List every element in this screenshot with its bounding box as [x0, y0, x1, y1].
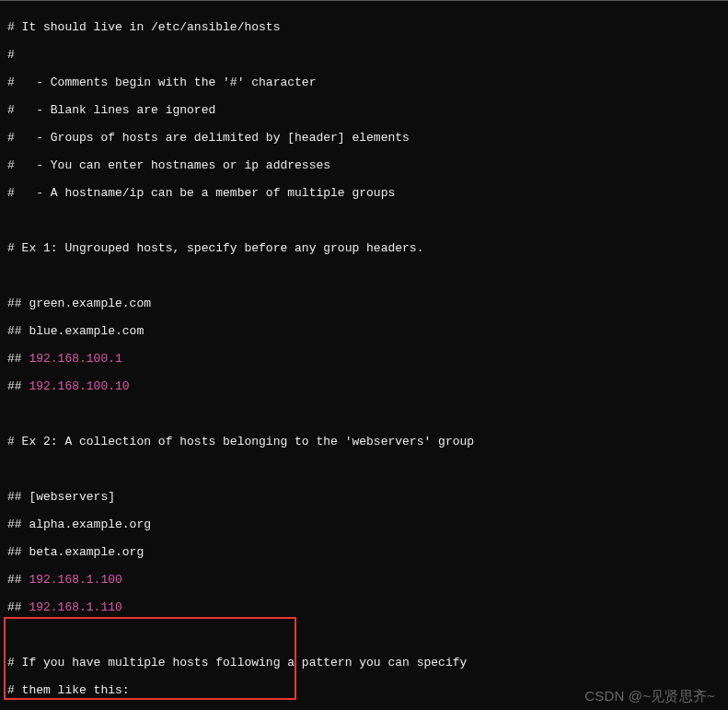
ip-address: 192.168.1.110 — [29, 600, 121, 614]
comment-line: # - A hostname/ip can be a member of mul… — [7, 186, 721, 200]
blank-line — [7, 407, 721, 421]
comment-line: # - Groups of hosts are delimited by [he… — [7, 131, 721, 145]
comment-line: # Ex 2: A collection of hosts belonging … — [7, 435, 721, 448]
watermark-text: CSDN @~见贤思齐~ — [584, 689, 715, 703]
hash-prefix: ## — [7, 573, 29, 587]
host-line: ## 192.168.1.110 — [7, 600, 721, 614]
hash-prefix: ## — [7, 352, 29, 366]
comment-line: ## [webservers] — [7, 490, 721, 504]
host-line: ## 192.168.100.1 — [7, 352, 721, 366]
comment-line: # - Blank lines are ignored — [7, 103, 721, 117]
comment-line: # Ex 1: Ungrouped hosts, specify before … — [7, 241, 721, 255]
hash-prefix: ## — [7, 600, 29, 614]
comment-line: ## beta.example.org — [7, 545, 721, 559]
host-line: ## 192.168.1.100 — [7, 573, 721, 587]
comment-line: # — [7, 48, 721, 62]
comment-line: ## alpha.example.org — [7, 518, 721, 531]
comment-line: # - You can enter hostnames or ip addres… — [7, 158, 721, 172]
comment-line: ## blue.example.com — [7, 324, 721, 338]
host-line: ## 192.168.100.10 — [7, 379, 721, 393]
comment-line: # If you have multiple hosts following a… — [7, 656, 721, 669]
ip-address: 192.168.100.1 — [29, 352, 121, 366]
ip-address: 192.168.1.100 — [29, 573, 121, 587]
blank-line — [7, 462, 721, 476]
blank-line — [7, 214, 721, 227]
comment-line: ## green.example.com — [7, 297, 721, 310]
comment-line: # - Comments begin with the '#' characte… — [7, 76, 721, 89]
terminal-content: # It should live in /etc/ansible/hosts #… — [0, 0, 728, 710]
hash-prefix: ## — [7, 379, 29, 393]
blank-line — [7, 628, 721, 642]
comment-line: # It should live in /etc/ansible/hosts — [7, 20, 721, 34]
ip-address: 192.168.100.10 — [29, 379, 129, 393]
blank-line — [7, 269, 721, 283]
